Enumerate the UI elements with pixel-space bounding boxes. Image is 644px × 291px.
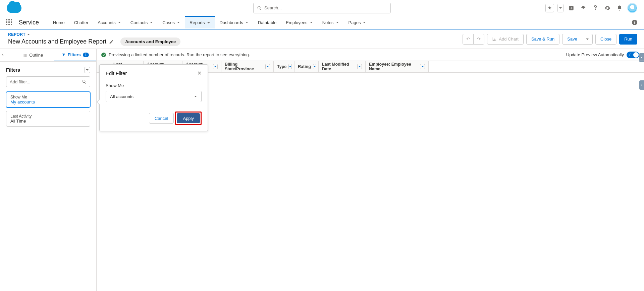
help-icon[interactable]: ? <box>591 4 600 12</box>
filter-count-badge: 1 <box>83 53 89 57</box>
report-title: New Accounts and Employee Report Account… <box>8 38 180 46</box>
popover-field-label: Show Me <box>106 83 124 88</box>
col-menu[interactable] <box>288 64 292 69</box>
nav-datatable[interactable]: Datatable <box>253 16 281 29</box>
col-menu[interactable] <box>420 64 425 69</box>
auto-update-label: Update Preview Automatically <box>566 52 624 57</box>
nav-contacts[interactable]: Contacts <box>126 16 158 29</box>
col-billing-state[interactable]: Billing State/Province <box>221 61 274 72</box>
report-header: REPORT New Accounts and Employee Report … <box>0 29 644 49</box>
filter-icon <box>62 53 66 57</box>
search-placeholder: Search... <box>264 5 282 10</box>
cancel-button[interactable]: Cancel <box>149 113 174 124</box>
show-me-select[interactable]: All accounts <box>106 91 202 102</box>
collapse-left-panel[interactable]: › <box>2 52 4 58</box>
save-button[interactable]: Save <box>562 34 582 45</box>
redo-button[interactable]: ↷ <box>473 34 484 45</box>
user-avatar[interactable] <box>627 3 637 13</box>
nav-dashboards[interactable]: Dashboards <box>215 16 253 29</box>
col-employee-name[interactable]: Employee: Employee Name <box>366 61 429 72</box>
save-dropdown[interactable] <box>582 34 593 45</box>
col-type[interactable]: Type <box>274 61 294 72</box>
setup-gear-icon[interactable] <box>603 4 612 12</box>
nav-chatter[interactable]: Chatter <box>69 16 93 29</box>
filters-heading: Filters <box>6 67 20 73</box>
edit-title-icon[interactable] <box>109 40 114 44</box>
salesforce-logo <box>7 3 21 13</box>
col-menu[interactable] <box>357 64 362 69</box>
preview-message: Previewing a limited number of records. … <box>109 52 250 57</box>
apply-highlight: Apply <box>175 112 202 125</box>
tab-filters[interactable]: Filters 1 <box>54 49 97 61</box>
chevron-down-icon <box>194 95 197 98</box>
add-filter-input[interactable]: Add filter... <box>6 76 90 87</box>
apply-button[interactable]: Apply <box>177 113 200 123</box>
success-icon <box>101 53 106 57</box>
nav-accounts[interactable]: Accounts <box>93 16 125 29</box>
col-menu[interactable] <box>313 64 316 69</box>
auto-update-toggle[interactable]: ✓ <box>627 52 639 58</box>
nav-info-icon[interactable]: i <box>632 20 637 25</box>
filter-card-last-activity[interactable]: Last Activity All Time <box>6 111 90 127</box>
col-menu[interactable] <box>265 64 270 69</box>
outline-icon <box>23 53 27 57</box>
search-icon <box>257 6 262 10</box>
add-chart-button[interactable]: Add Chart <box>487 34 524 45</box>
nav-employees[interactable]: Employees <box>281 16 317 29</box>
add-button[interactable] <box>567 4 576 12</box>
object-label[interactable]: REPORT <box>8 32 180 37</box>
run-button[interactable]: Run <box>619 34 637 45</box>
nav-reports[interactable]: Reports <box>185 16 215 28</box>
app-launcher-icon[interactable] <box>6 19 13 26</box>
close-icon[interactable]: ✕ <box>197 70 202 76</box>
col-menu[interactable] <box>213 64 218 69</box>
header-actions: ★ ? <box>545 3 640 13</box>
col-last-modified[interactable]: Last Modified Date <box>319 61 366 72</box>
global-header: Search... ★ ? <box>0 0 644 16</box>
app-nav: Service Home Chatter Accounts Contacts C… <box>0 16 644 29</box>
filters-menu[interactable] <box>84 67 90 73</box>
filter-card-show-me[interactable]: Show Me My accounts <box>6 92 90 107</box>
left-panel: Outline Filters 1 Filters Add filter... … <box>0 49 97 291</box>
salesforce-help-icon[interactable] <box>579 4 588 12</box>
report-type-pill: Accounts and Employee <box>120 38 180 46</box>
nav-home[interactable]: Home <box>48 16 69 29</box>
global-search[interactable]: Search... <box>253 3 391 13</box>
col-rating[interactable]: Rating <box>294 61 319 72</box>
nav-cases[interactable]: Cases <box>158 16 185 29</box>
popover-title: Edit Filter <box>106 70 127 76</box>
nav-notes[interactable]: Notes <box>318 16 344 29</box>
edit-filter-popover: Edit Filter ✕ Show Me All accounts Cance… <box>99 64 208 131</box>
undo-button[interactable]: ↶ <box>463 34 474 45</box>
notifications-bell-icon[interactable] <box>615 4 624 12</box>
favorites-dropdown[interactable] <box>557 4 564 12</box>
favorites-button[interactable]: ★ <box>545 4 554 12</box>
search-icon <box>82 79 87 84</box>
save-and-run-button[interactable]: Save & Run <box>526 34 559 45</box>
tab-outline[interactable]: Outline <box>12 49 54 61</box>
close-button[interactable]: Close <box>595 34 616 45</box>
app-name: Service <box>19 19 39 26</box>
nav-pages[interactable]: Pages <box>344 16 371 29</box>
